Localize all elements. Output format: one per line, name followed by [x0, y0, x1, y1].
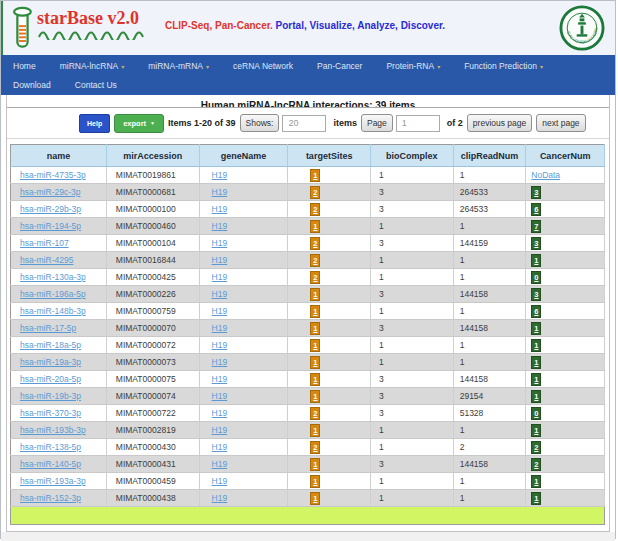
nodata-link[interactable]: NoData	[531, 170, 560, 180]
starbase-logo[interactable]: starBase v2.0	[9, 5, 149, 51]
cancer-num-badge[interactable]: 0	[531, 407, 541, 420]
page-number-input[interactable]	[396, 115, 440, 132]
column-header-biocomplex[interactable]: bioComplex	[370, 145, 453, 167]
gene-name-link[interactable]: H19	[212, 204, 228, 214]
mirna-name-link[interactable]: hsa-miR-194-5p	[20, 221, 81, 231]
gene-name-link[interactable]: H19	[212, 170, 228, 180]
target-sites-badge[interactable]: 2	[310, 441, 320, 454]
column-header-genename[interactable]: geneName	[199, 145, 288, 167]
gene-name-link[interactable]: H19	[212, 323, 228, 333]
mirna-name-link[interactable]: hsa-miR-4295	[20, 255, 73, 265]
mirna-name-link[interactable]: hsa-miR-19b-3p	[20, 391, 81, 401]
mirna-name-link[interactable]: hsa-miR-29b-3p	[20, 204, 81, 214]
target-sites-badge[interactable]: 2	[310, 237, 320, 250]
column-header-cancernum[interactable]: CancerNum	[526, 145, 605, 167]
target-sites-badge[interactable]: 1	[310, 356, 320, 369]
mirna-name-link[interactable]: hsa-miR-20a-5p	[20, 374, 81, 384]
target-sites-badge[interactable]: 1	[310, 475, 320, 488]
gene-name-link[interactable]: H19	[212, 374, 228, 384]
nav-item-cerna-network[interactable]: ceRNA Network	[233, 61, 293, 71]
target-sites-badge[interactable]: 1	[310, 169, 320, 182]
nav-item-contact-us[interactable]: Contact Us	[75, 80, 117, 90]
previous-page-button[interactable]: previous page	[467, 114, 532, 132]
cancer-num-badge[interactable]: 1	[531, 475, 541, 488]
export-button[interactable]: export▼	[114, 114, 164, 133]
shows-button[interactable]: Shows:	[240, 114, 280, 132]
gene-name-link[interactable]: H19	[212, 357, 228, 367]
target-sites-badge[interactable]: 1	[310, 305, 320, 318]
cancer-num-badge[interactable]: 1	[531, 356, 541, 369]
target-sites-badge[interactable]: 1	[310, 424, 320, 437]
target-sites-badge[interactable]: 2	[310, 407, 320, 420]
nav-item-download[interactable]: Download	[13, 80, 51, 90]
mirna-name-link[interactable]: hsa-miR-107	[20, 238, 69, 248]
mirna-name-link[interactable]: hsa-miR-152-3p	[20, 493, 81, 503]
gene-name-link[interactable]: H19	[212, 493, 228, 503]
cancer-num-badge[interactable]: 3	[531, 288, 541, 301]
mirna-name-link[interactable]: hsa-miR-29c-3p	[20, 187, 80, 197]
cancer-num-badge[interactable]: 2	[531, 458, 541, 471]
nav-item-function-prediction[interactable]: Function Prediction▾	[464, 61, 543, 71]
mirna-name-link[interactable]: hsa-miR-193b-3p	[20, 425, 86, 435]
cancer-num-badge[interactable]: 1	[531, 339, 541, 352]
target-sites-badge[interactable]: 1	[310, 492, 320, 505]
nav-item-protein-rna[interactable]: Protein-RNA▾	[386, 61, 440, 71]
nav-item-pan-cancer[interactable]: Pan-Cancer	[317, 61, 362, 71]
target-sites-badge[interactable]: 2	[310, 271, 320, 284]
gene-name-link[interactable]: H19	[212, 476, 228, 486]
column-header-miraccession[interactable]: mirAccession	[106, 145, 199, 167]
page-size-input[interactable]	[282, 115, 326, 132]
column-header-clipreadnum[interactable]: clipReadNum	[453, 145, 526, 167]
gene-name-link[interactable]: H19	[212, 408, 228, 418]
cancer-num-badge[interactable]: 3	[531, 237, 541, 250]
gene-name-link[interactable]: H19	[212, 238, 228, 248]
gene-name-link[interactable]: H19	[212, 289, 228, 299]
mirna-name-link[interactable]: hsa-miR-138-5p	[20, 442, 81, 452]
gene-name-link[interactable]: H19	[212, 340, 228, 350]
gene-name-link[interactable]: H19	[212, 221, 228, 231]
gene-name-link[interactable]: H19	[212, 425, 228, 435]
target-sites-badge[interactable]: 1	[310, 390, 320, 403]
mirna-name-link[interactable]: hsa-miR-193a-3p	[20, 476, 86, 486]
cancer-num-badge[interactable]: 1	[531, 373, 541, 386]
cancer-num-badge[interactable]: 7	[531, 220, 541, 233]
target-sites-badge[interactable]: 1	[310, 322, 320, 335]
mirna-name-link[interactable]: hsa-miR-18a-5p	[20, 340, 81, 350]
gene-name-link[interactable]: H19	[212, 255, 228, 265]
cancer-num-badge[interactable]: 0	[531, 271, 541, 284]
mirna-name-link[interactable]: hsa-miR-17-5p	[20, 323, 76, 333]
target-sites-badge[interactable]: 2	[310, 203, 320, 216]
target-sites-badge[interactable]: 1	[310, 339, 320, 352]
target-sites-badge[interactable]: 1	[310, 288, 320, 301]
cancer-num-badge[interactable]: 1	[531, 424, 541, 437]
target-sites-badge[interactable]: 1	[310, 458, 320, 471]
column-header-name[interactable]: name	[11, 145, 107, 167]
gene-name-link[interactable]: H19	[212, 391, 228, 401]
cancer-num-badge[interactable]: 6	[531, 305, 541, 318]
nav-item-mirna-lncrna[interactable]: miRNA-lncRNA▾	[60, 61, 125, 71]
next-page-button[interactable]: next page	[536, 114, 585, 132]
mirna-name-link[interactable]: hsa-miR-196a-5p	[20, 289, 86, 299]
gene-name-link[interactable]: H19	[212, 442, 228, 452]
gene-name-link[interactable]: H19	[212, 187, 228, 197]
nav-item-home[interactable]: Home	[13, 61, 36, 71]
mirna-name-link[interactable]: hsa-miR-4735-3p	[20, 170, 86, 180]
page-button[interactable]: Page	[361, 114, 393, 132]
gene-name-link[interactable]: H19	[212, 306, 228, 316]
mirna-name-link[interactable]: hsa-miR-19a-3p	[20, 357, 81, 367]
nav-item-mirna-mrna[interactable]: miRNA-mRNA▾	[148, 61, 209, 71]
cancer-num-badge[interactable]: 6	[531, 203, 541, 216]
cancer-num-badge[interactable]: 1	[531, 322, 541, 335]
help-button[interactable]: Help	[79, 114, 110, 133]
target-sites-badge[interactable]: 1	[310, 373, 320, 386]
mirna-name-link[interactable]: hsa-miR-130a-3p	[20, 272, 86, 282]
target-sites-badge[interactable]: 1	[310, 220, 320, 233]
column-header-targetsites[interactable]: targetSites	[288, 145, 371, 167]
mirna-name-link[interactable]: hsa-miR-370-3p	[20, 408, 81, 418]
gene-name-link[interactable]: H19	[212, 459, 228, 469]
gene-name-link[interactable]: H19	[212, 272, 228, 282]
cancer-num-badge[interactable]: 2	[531, 441, 541, 454]
target-sites-badge[interactable]: 2	[310, 186, 320, 199]
cancer-num-badge[interactable]: 1	[531, 492, 541, 505]
cancer-num-badge[interactable]: 3	[531, 186, 541, 199]
